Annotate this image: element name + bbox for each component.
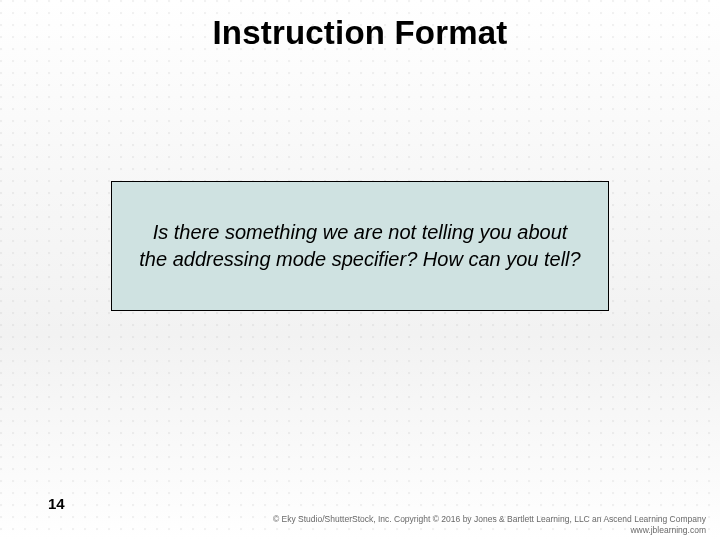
footer: © Eky Studio/ShutterStock, Inc. Copyrigh… [0, 510, 720, 540]
slide: Instruction Format Is there something we… [0, 0, 720, 540]
slide-title: Instruction Format [0, 14, 720, 52]
callout-box: Is there something we are not telling yo… [111, 181, 609, 311]
footer-url: www.jblearning.com [0, 525, 706, 536]
callout-text: Is there something we are not telling yo… [138, 219, 582, 273]
copyright-text: © Eky Studio/ShutterStock, Inc. Copyrigh… [0, 514, 706, 525]
